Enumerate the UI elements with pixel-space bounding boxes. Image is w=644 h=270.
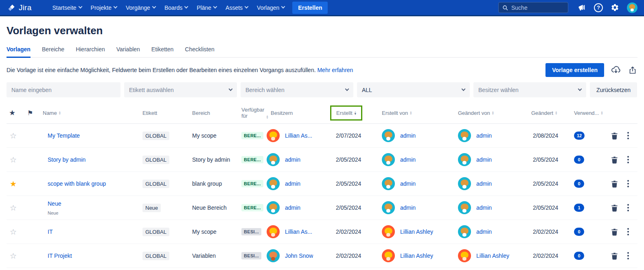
nav-item-boards[interactable]: Boards [160, 0, 192, 16]
template-name-link[interactable]: scope with blank group [48, 180, 106, 187]
header-erstellt-von[interactable]: Erstellt von▴▾ [382, 110, 458, 116]
type-filter-select[interactable]: ALL [357, 82, 470, 97]
creator-link[interactable]: Lillian Ashley [400, 252, 433, 259]
table-row: IT Projekt GLOBAL Variablen BESI... John… [7, 244, 637, 268]
delete-button[interactable] [611, 252, 618, 260]
help-icon[interactable]: ? [594, 3, 603, 12]
creator-link[interactable]: admin [400, 156, 416, 163]
modifier-avatar [458, 153, 471, 166]
header-erstellt[interactable]: Erstellt ▴▾ [332, 105, 382, 121]
template-name-link[interactable]: My Template [48, 132, 80, 139]
user-profile-avatar[interactable] [627, 2, 637, 13]
header-verfuegbar-fuer[interactable]: Verfügbar für▴▾ [241, 107, 267, 119]
jira-logo[interactable]: Jira [7, 3, 31, 13]
besitzer-filter-select[interactable]: Besitzer wählen [473, 82, 586, 97]
create-button[interactable]: Erstellen [292, 2, 328, 14]
delete-button[interactable] [611, 204, 618, 212]
header-geaendert-von[interactable]: Geändert von▴▾ [458, 110, 531, 116]
modifier-link[interactable]: admin [476, 204, 492, 211]
creator-avatar [382, 129, 395, 142]
sort-icon: ▴▾ [601, 111, 602, 115]
tab-variablen[interactable]: Variablen [116, 46, 140, 58]
owner-avatar [267, 225, 280, 238]
bereich-filter-select[interactable]: Bereich wählen [241, 82, 353, 97]
highlight-box: Erstellt ▴▾ [330, 105, 362, 121]
modifier-link[interactable]: Lillian Ashley [476, 252, 509, 259]
sort-icon: ▴▾ [492, 111, 494, 115]
row-menu-button[interactable] [627, 180, 629, 182]
trash-icon [611, 252, 618, 260]
tab-vorlagen[interactable]: Vorlagen [7, 46, 31, 58]
favorite-column-star-icon[interactable] [7, 108, 25, 117]
modified-date: 2/02/2024 [531, 252, 574, 259]
modified-date: 2/05/2024 [531, 204, 574, 211]
template-name-link[interactable]: IT [48, 228, 53, 235]
name-filter-input[interactable] [7, 82, 120, 97]
owner-link[interactable]: admin [285, 204, 300, 211]
filter-bar: Etikett auswählen Bereich wählen ALL Bes… [7, 82, 637, 97]
header-geaendert[interactable]: Geändert▴▾ [531, 110, 574, 116]
nav-item-vorlagen[interactable]: Vorlagen [252, 0, 289, 16]
owner-link[interactable]: John Snow [285, 252, 313, 259]
created-date: 2/02/2024 [332, 252, 382, 259]
row-menu-button[interactable] [627, 252, 629, 254]
table-row: NeueNeue Neue Neue Bereich BERE... admin… [7, 196, 637, 220]
cloud-download-icon [611, 65, 621, 75]
flag-column-icon[interactable] [25, 109, 43, 117]
row-menu-button[interactable] [627, 228, 629, 230]
template-name-link[interactable]: Story by admin [48, 156, 85, 163]
create-template-button[interactable]: Vorlage erstellen [545, 63, 604, 77]
owner-link[interactable]: admin [285, 180, 300, 187]
etikett-tag: GLOBAL [142, 156, 169, 164]
favorite-star-icon[interactable] [10, 132, 17, 140]
export-share-button[interactable] [628, 65, 637, 75]
creator-link[interactable]: admin [400, 204, 416, 211]
modifier-link[interactable]: admin [476, 228, 492, 235]
favorite-star-icon[interactable] [10, 180, 17, 188]
template-name-link[interactable]: Neue [48, 200, 61, 207]
bereich-cell: My scope [192, 132, 241, 139]
favorite-star-icon[interactable] [10, 204, 17, 212]
creator-link[interactable]: Lillian Ashley [400, 228, 433, 235]
modifier-link[interactable]: admin [476, 180, 492, 187]
owner-link[interactable]: Lillian As... [285, 228, 312, 235]
creator-link[interactable]: admin [400, 180, 416, 187]
owner-link[interactable]: admin [285, 156, 300, 163]
nav-item-projekte[interactable]: Projekte [86, 0, 121, 16]
nav-item-plaene[interactable]: Pläne [192, 0, 221, 16]
delete-button[interactable] [611, 132, 618, 140]
etikett-filter-select[interactable]: Etikett auswählen [124, 82, 237, 97]
tab-hierarchien[interactable]: Hierarchien [76, 46, 105, 58]
nav-item-startseite[interactable]: Startseite [48, 0, 86, 16]
tab-checklisten[interactable]: Checklisten [185, 46, 214, 58]
nav-item-assets[interactable]: Assets [221, 0, 252, 16]
header-name[interactable]: Name▴▾ [43, 110, 142, 116]
import-download-button[interactable] [611, 65, 621, 75]
row-menu-button[interactable] [627, 204, 629, 206]
owner-link[interactable]: Lillian As... [285, 132, 312, 139]
tab-bereiche[interactable]: Bereiche [42, 46, 64, 58]
reset-filters-button[interactable]: Zurücksetzen [590, 82, 637, 97]
learn-more-link[interactable]: Mehr erfahren [317, 67, 353, 73]
settings-gear-icon[interactable] [611, 3, 619, 12]
search-input[interactable] [511, 4, 560, 11]
bereich-cell: My scope [192, 228, 241, 235]
header-verwendet[interactable]: Verwend...▴▾ [574, 110, 607, 116]
template-name-link[interactable]: IT Projekt [48, 252, 72, 259]
row-menu-button[interactable] [627, 132, 629, 134]
favorite-star-icon[interactable] [10, 252, 17, 260]
favorite-star-icon[interactable] [10, 156, 17, 164]
delete-button[interactable] [611, 156, 618, 164]
modifier-link[interactable]: admin [476, 156, 492, 163]
table-row: IT GLOBAL My scope BESI... Lillian As...… [7, 220, 637, 244]
delete-button[interactable] [611, 228, 618, 236]
nav-item-vorgaenge[interactable]: Vorgänge [121, 0, 160, 16]
creator-link[interactable]: admin [400, 132, 416, 139]
modifier-link[interactable]: admin [476, 132, 492, 139]
tab-etiketten[interactable]: Etiketten [151, 46, 173, 58]
row-menu-button[interactable] [627, 156, 629, 158]
delete-button[interactable] [611, 180, 618, 188]
announcements-icon[interactable] [577, 3, 586, 12]
search-box[interactable] [498, 2, 568, 13]
favorite-star-icon[interactable] [10, 228, 17, 236]
